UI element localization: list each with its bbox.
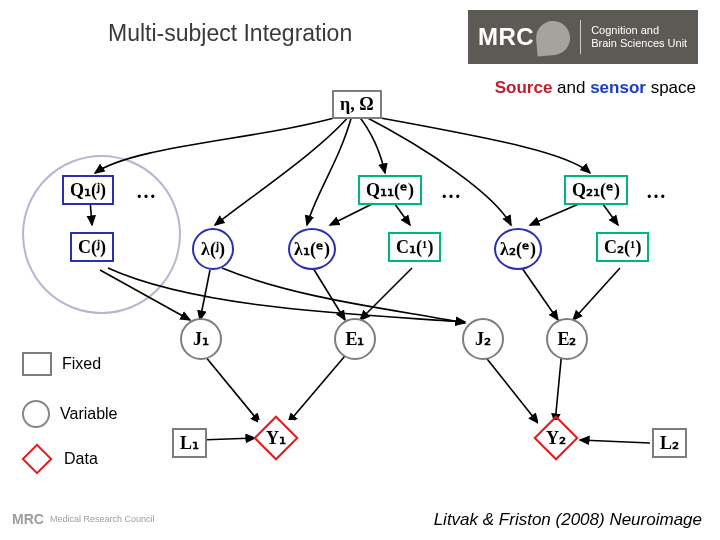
legend-data-label: Data <box>64 450 98 468</box>
node-lambda-j: λ(ʲ) <box>192 228 234 270</box>
footer-mrc-icon: MRC <box>12 511 44 527</box>
node-E1: E₁ <box>334 318 376 360</box>
legend-fixed-label: Fixed <box>62 355 101 373</box>
footer-logo: MRC Medical Research Council <box>12 508 162 530</box>
subtitle-space: space <box>646 78 696 97</box>
node-C2: C₂(¹) <box>596 232 649 262</box>
subtitle: Source and sensor space <box>495 78 696 98</box>
node-Y2: Y₂ <box>538 420 574 456</box>
dots-2: … <box>435 178 469 205</box>
node-Cj: C(ʲ) <box>70 232 114 262</box>
node-lambda2e: λ₂(ᵉ) <box>494 228 542 270</box>
legend-data: Data <box>26 448 98 470</box>
node-E2: E₂ <box>546 318 588 360</box>
mrc-logo: MRC Cognition and Brain Sciences Unit <box>468 10 698 64</box>
logo-subtitle: Cognition and Brain Sciences Unit <box>591 24 687 50</box>
legend-diamond-icon <box>21 443 52 474</box>
node-J2: J₂ <box>462 318 504 360</box>
node-Qj: Q₁(ʲ) <box>62 175 114 205</box>
legend-box-icon <box>22 352 52 376</box>
logo-sub-line1: Cognition and <box>591 24 687 37</box>
node-Y2-label: Y₂ <box>542 424 570 452</box>
dots-3: … <box>640 178 674 205</box>
logo-divider <box>580 20 581 54</box>
logo-sub-line2: Brain Sciences Unit <box>591 37 687 50</box>
node-L1: L₁ <box>172 428 207 458</box>
footer-text: Medical Research Council <box>50 514 155 524</box>
dots-1: … <box>130 178 164 205</box>
diamond-icon: Y₁ <box>253 415 298 460</box>
node-J1: J₁ <box>180 318 222 360</box>
subtitle-source: Source <box>495 78 553 97</box>
logo-swirl-icon <box>535 20 572 57</box>
subtitle-and: and <box>552 78 590 97</box>
citation: Litvak & Friston (2008) Neuroimage <box>434 510 702 530</box>
node-Y1-label: Y₁ <box>262 424 290 452</box>
node-C1: C₁(¹) <box>388 232 441 262</box>
node-eta-omega: η, Ω <box>332 90 382 119</box>
subtitle-sensor: sensor <box>590 78 646 97</box>
legend-circle-icon <box>22 400 50 428</box>
legend-variable: Variable <box>22 400 118 428</box>
node-lambda1e: λ₁(ᵉ) <box>288 228 336 270</box>
node-L2: L₂ <box>652 428 687 458</box>
legend-fixed: Fixed <box>22 352 101 376</box>
node-Qe21: Q₂₁(ᵉ) <box>564 175 628 205</box>
node-Y1: Y₁ <box>258 420 294 456</box>
logo-main: MRC <box>478 23 534 51</box>
slide-title: Multi-subject Integration <box>108 20 352 47</box>
node-Qe11: Q₁₁(ᵉ) <box>358 175 422 205</box>
legend-variable-label: Variable <box>60 405 118 423</box>
diamond-icon: Y₂ <box>533 415 578 460</box>
